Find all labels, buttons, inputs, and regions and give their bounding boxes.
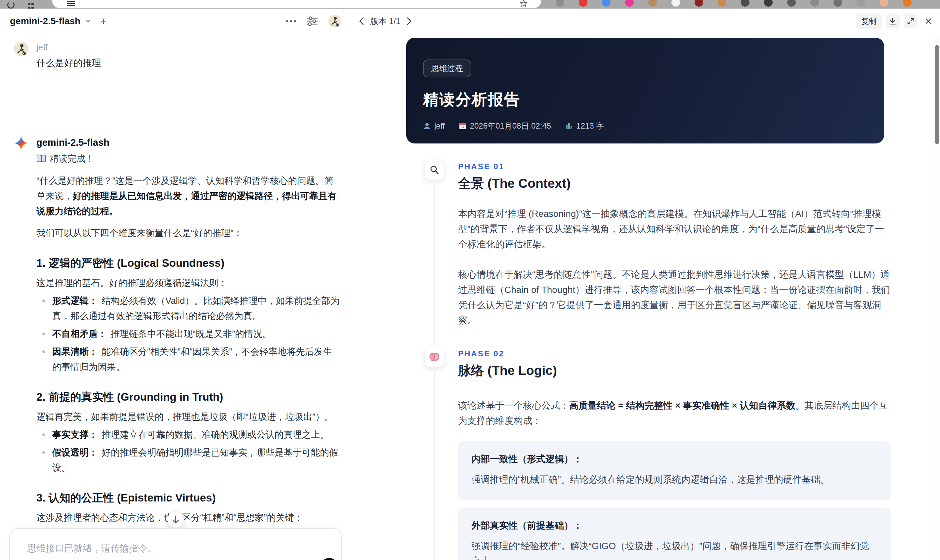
report-title: 精读分析报告 [423, 89, 864, 110]
extension-icon[interactable] [556, 0, 564, 7]
extension-icon[interactable] [648, 0, 657, 7]
phase-1-paragraph-1: 本内容是对“推理 (Reasoning)”这一抽象概念的高层建模。在知识爆炸与人… [458, 206, 891, 252]
more-actions-icon[interactable] [286, 20, 296, 22]
app-window: gemini-2.5-flash + [0, 9, 940, 560]
section-lead-1: 这是推理的基石。好的推理必须遵循逻辑法则： [36, 275, 340, 291]
person-icon [423, 122, 431, 130]
message-list: jeff 什么是好的推理 gemini-2.5-flash [0, 34, 351, 560]
user-avatar[interactable] [328, 15, 341, 28]
phase-1-icon-card [424, 160, 444, 180]
download-icon [889, 17, 897, 25]
new-topic-button[interactable]: + [100, 16, 106, 26]
extension-icon[interactable] [741, 0, 749, 7]
chevron-down-icon[interactable] [84, 17, 92, 25]
phase-1-section: PHASE 01 全景 (The Context) 本内容是对“推理 (Reas… [424, 162, 891, 328]
status-line: 精读完成！ [36, 153, 340, 165]
section-title-1: 1. 逻辑的严密性 (Logical Soundness) [36, 256, 340, 271]
phase-1-paragraph-2: 核心情境在于解决“思考的随意性”问题。不论是人类通过批判性思维进行决策，还是大语… [458, 267, 891, 328]
timeline-connector [434, 371, 435, 560]
dimensions-lead: 我们可以从以下四个维度来衡量什么是“好的推理”： [36, 225, 340, 241]
phase-2-formula: 该论述基于一个核心公式：高质量结论 = 结构完整性 × 事实准确性 × 认知自律… [458, 398, 891, 428]
report-badge: 思维过程 [423, 60, 472, 77]
bookmark-star-icon[interactable] [519, 0, 528, 8]
scrollbar-thumb[interactable] [935, 45, 939, 144]
bullet-item: 不自相矛盾：推理链条中不能出现“既是又非”的情况。 [36, 326, 340, 342]
extension-icon[interactable] [672, 0, 680, 7]
address-bar[interactable] [52, 0, 541, 8]
extension-icon[interactable] [625, 0, 634, 7]
brain-icon [429, 352, 439, 362]
extension-icon[interactable] [695, 0, 703, 7]
download-button[interactable] [886, 14, 900, 28]
extension-icon[interactable] [857, 0, 865, 7]
extension-icon[interactable] [764, 0, 773, 7]
phase-1-title: 全景 (The Context) [458, 175, 891, 192]
chat-panel: gemini-2.5-flash + [0, 9, 351, 560]
phase-2-icon-card [424, 347, 444, 367]
chevron-right-icon[interactable] [406, 17, 413, 25]
settings-sliders-icon[interactable] [306, 15, 319, 27]
extension-icon[interactable] [903, 0, 912, 7]
composer[interactable]: 思维接口已就绪，请传输指令。 [9, 528, 342, 560]
artifact-actions: 复制 [856, 14, 935, 29]
gemini-logo-icon [14, 136, 28, 151]
section-lead-3: 这涉及推理者的心态和方法论，也是区分“杠精”和“思想家”的关键： [36, 510, 340, 525]
report-hero-card: 思维过程 精读分析报告 jeff 17 2026年01月08日 02:45 12… [406, 38, 884, 143]
phase-2-label: PHASE 02 [458, 349, 891, 358]
magnifier-icon [429, 165, 439, 175]
bullet-item: 假设透明：好的推理会明确指明哪些是已知事实，哪些是基于可能的假设。 [36, 445, 340, 475]
user-message: jeff 什么是好的推理 [14, 42, 340, 71]
meta-author: jeff [423, 122, 445, 131]
section-bullets-2: 事实支撑：推理建立在可靠的数据、准确的观测或公认的真理之上。 假设透明：好的推理… [36, 427, 340, 475]
apps-grid-icon[interactable] [28, 3, 34, 9]
extension-icon[interactable] [602, 0, 610, 7]
open-book-icon [36, 154, 46, 163]
phase-1-label: PHASE 01 [458, 162, 891, 171]
message-text: 什么是好的推理 [36, 56, 340, 71]
section-title-2: 2. 前提的真实性 (Grounding in Truth) [36, 390, 340, 405]
scroll-to-bottom-button[interactable] [167, 511, 184, 528]
extension-icon[interactable] [811, 0, 819, 7]
menu-icon[interactable] [67, 2, 75, 6]
section-bullets-1: 形式逻辑：结构必须有效（Valid）。比如演绎推理中，如果前提全部为真，那么通过… [36, 293, 340, 375]
extension-icon[interactable] [579, 0, 587, 7]
intro-paragraph: “什么是好的推理？”这是一个涉及逻辑学、认知科学和哲学核心的问题。简单来说，好的… [36, 173, 340, 219]
status-text: 精读完成！ [49, 153, 94, 165]
browser-toolbar [0, 0, 940, 9]
reload-icon[interactable] [7, 2, 15, 9]
expand-button[interactable] [904, 14, 917, 28]
expand-icon [907, 17, 915, 25]
version-nav: 版本 1/1 [358, 16, 413, 27]
extension-icon[interactable] [834, 0, 842, 7]
meta-word-count: 1213 字 [565, 121, 604, 131]
jeff-avatar [14, 42, 28, 56]
chevron-left-icon[interactable] [358, 17, 365, 25]
meta-date: 17 2026年01月08日 02:45 [459, 121, 552, 131]
arrow-down-icon [172, 515, 180, 524]
dimension-box-2: 外部真实性（前提基础）： 强调推理的“经验校准”。解决“GIGO（垃圾进，垃圾出… [458, 508, 891, 560]
bar-chart-icon [565, 122, 573, 130]
phase-2-title: 脉络 (The Logic) [458, 362, 891, 380]
extension-icon[interactable] [787, 0, 796, 7]
session-title[interactable]: gemini-2.5-flash [10, 16, 80, 26]
timeline-connector [434, 184, 435, 345]
chat-header: gemini-2.5-flash + [0, 9, 351, 34]
calendar-icon: 17 [459, 122, 467, 130]
scrollbar-track[interactable] [934, 36, 940, 560]
svg-text:17: 17 [461, 125, 465, 129]
close-button[interactable] [922, 14, 935, 28]
bullet-item: 事实支撑：推理建立在可靠的数据、准确的观测或公认的真理之上。 [36, 427, 340, 442]
section-title-3: 3. 认知的公正性 (Epistemic Virtues) [36, 491, 340, 505]
extension-icons [556, 0, 912, 7]
bullet-item: 因果清晰：能准确区分“相关性”和“因果关系”，不会轻率地将先后发生的事情归为因果… [36, 344, 340, 375]
artifact-toolbar: 版本 1/1 复制 [351, 9, 940, 34]
close-icon [925, 17, 932, 25]
composer-placeholder: 思维接口已就绪，请传输指令。 [27, 542, 157, 555]
dimension-box-1: 内部一致性（形式逻辑）： 强调推理的“机械正确”。结论必须在给定的规则系统内逻辑… [458, 441, 891, 500]
copy-button[interactable]: 复制 [856, 14, 882, 29]
extension-icon[interactable] [718, 0, 726, 7]
voice-input-button[interactable] [320, 558, 338, 560]
section-lead-2: 逻辑再完美，如果前提是错误的，推理也是垃圾（即“垃圾进，垃圾出”）。 [36, 409, 340, 425]
extension-icon[interactable] [880, 0, 888, 7]
assistant-message: gemini-2.5-flash 精读完成！ “什么是好的推理？”这是一个涉及逻… [14, 136, 340, 560]
